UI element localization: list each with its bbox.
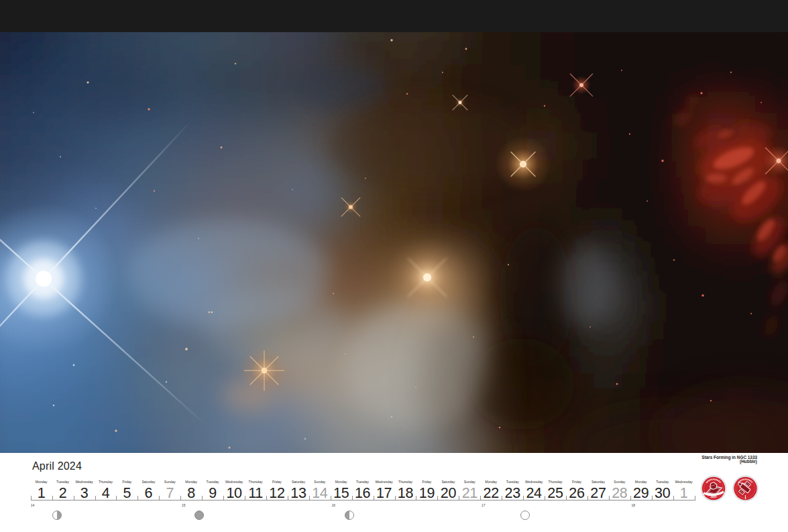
svg-text:JWST: JWST bbox=[710, 496, 717, 498]
